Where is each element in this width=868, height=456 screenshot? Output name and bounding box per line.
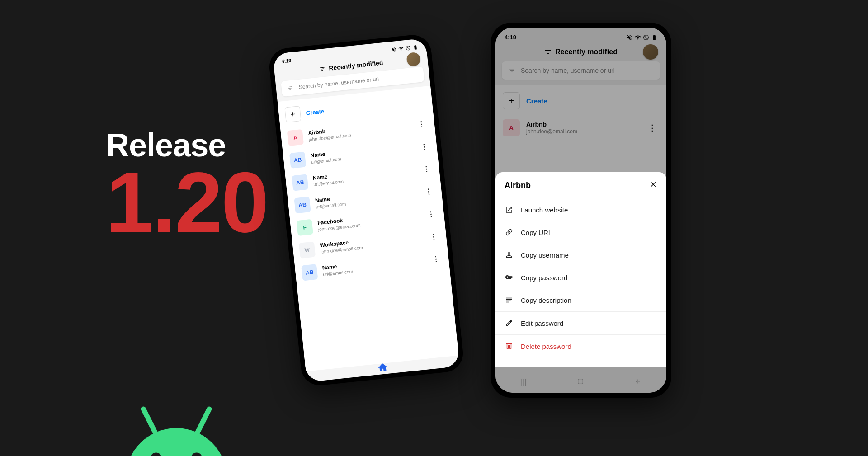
link-icon	[505, 228, 514, 236]
copy-url-action[interactable]: Copy URL	[495, 221, 666, 244]
filter-icon[interactable]	[319, 66, 326, 72]
filter-icon	[508, 67, 515, 74]
copy-password-action[interactable]: Copy password	[495, 266, 666, 289]
action-label: Copy URL	[521, 229, 552, 236]
more-button[interactable]: ⋮	[425, 212, 438, 217]
launch-website-action[interactable]: Launch website	[495, 198, 666, 221]
action-label: Edit password	[521, 320, 563, 327]
action-label: Copy password	[521, 274, 567, 282]
avatar[interactable]	[406, 52, 421, 67]
copy-description-action[interactable]: Copy description	[495, 289, 666, 311]
header-title-text: Recently modified	[555, 48, 618, 56]
item-avatar: AB	[289, 152, 306, 169]
avatar[interactable]	[643, 44, 658, 60]
search-placeholder: Search by name, username or url	[521, 67, 615, 74]
svg-line-0	[143, 409, 156, 434]
close-icon	[649, 180, 657, 188]
release-title-block: Release 1.20	[106, 127, 268, 241]
edit-password-action[interactable]: Edit password	[495, 311, 666, 334]
action-label: Delete password	[521, 343, 571, 350]
clock: 4:19	[505, 34, 516, 41]
more-button[interactable]: ⋮	[415, 122, 428, 127]
item-avatar: AB	[292, 174, 308, 191]
svg-line-1	[197, 409, 209, 434]
back-button[interactable]	[635, 378, 641, 386]
item-subtitle: john.doe@email.com	[526, 128, 639, 136]
battery-icon	[412, 44, 418, 50]
item-avatar: W	[299, 241, 316, 258]
mute-icon	[627, 34, 633, 41]
wifi-icon	[398, 46, 404, 52]
system-nav-bar: |||	[495, 372, 666, 393]
user-icon	[505, 251, 514, 259]
do-not-disturb-icon	[643, 34, 649, 41]
home-tab[interactable]	[377, 362, 388, 373]
password-list: + Create A Airbnb john.doe@email.com ⋮ A…	[278, 86, 459, 371]
create-button[interactable]: + Create	[495, 87, 666, 115]
item-avatar: AB	[294, 197, 311, 213]
list-item[interactable]: A Airbnb john.doe@email.com ⋮	[495, 115, 666, 141]
action-label: Copy description	[521, 296, 571, 304]
version-number: 1.20	[106, 164, 268, 241]
clock: 4:19	[281, 58, 292, 64]
recents-button[interactable]: |||	[521, 378, 526, 386]
mute-icon	[391, 47, 397, 52]
home-icon	[377, 362, 388, 373]
filter-icon[interactable]	[544, 48, 552, 56]
status-bar: 4:19	[495, 28, 666, 43]
more-button[interactable]: ⋮	[646, 126, 659, 131]
do-not-disturb-icon	[405, 45, 411, 51]
edit-icon	[505, 319, 514, 327]
action-label: Launch website	[521, 206, 568, 214]
phone-mockup-list: 4:19 Recently modified Search by name, u…	[268, 33, 465, 387]
create-label: Create	[306, 108, 325, 116]
status-icons	[391, 44, 419, 52]
copy-username-action[interactable]: Copy username	[495, 244, 666, 266]
description-icon	[505, 296, 514, 304]
home-button[interactable]	[577, 378, 584, 387]
item-name: Airbnb	[526, 120, 639, 128]
action-sheet: Airbnb Launch website Copy URL Copy user…	[495, 172, 666, 367]
svg-rect-4	[578, 379, 583, 384]
item-avatar: A	[503, 119, 520, 136]
delete-password-action[interactable]: Delete password	[495, 334, 666, 357]
header-title-text: Recently modified	[329, 59, 384, 72]
more-button[interactable]: ⋮	[418, 144, 431, 150]
android-icon	[113, 403, 240, 456]
key-icon	[505, 273, 514, 282]
battery-icon	[651, 34, 657, 41]
header: Recently modified	[495, 43, 666, 61]
item-avatar: A	[287, 129, 304, 146]
close-button[interactable]	[649, 180, 657, 191]
item-avatar: F	[297, 219, 313, 236]
external-link-icon	[505, 206, 514, 214]
more-button[interactable]: ⋮	[422, 189, 435, 194]
status-icons	[627, 34, 657, 41]
create-label: Create	[526, 97, 547, 105]
more-button[interactable]: ⋮	[420, 166, 433, 172]
phone-mockup-sheet: 4:19 Recently modified Search by name, u…	[491, 23, 671, 398]
item-avatar: AB	[301, 264, 318, 281]
more-button[interactable]: ⋮	[427, 234, 440, 240]
wifi-icon	[635, 34, 641, 41]
plus-icon: +	[503, 92, 520, 109]
sheet-title: Airbnb	[505, 181, 531, 190]
search-input[interactable]: Search by name, username or url	[502, 61, 660, 80]
more-button[interactable]: ⋮	[429, 256, 443, 262]
filter-icon	[287, 85, 293, 91]
trash-icon	[505, 342, 514, 350]
plus-icon: +	[284, 106, 301, 122]
action-label: Copy username	[521, 251, 569, 259]
